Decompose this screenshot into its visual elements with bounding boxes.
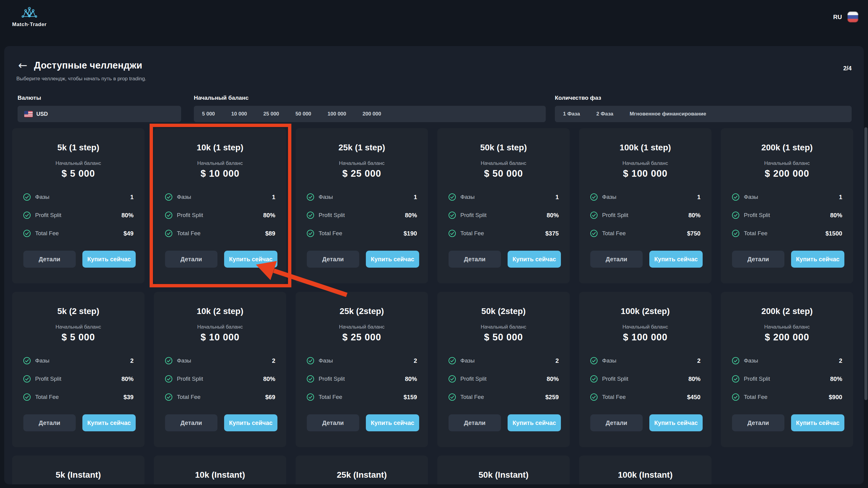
phases-label: Фазы bbox=[177, 194, 191, 200]
buy-now-button[interactable]: Купить сейчас bbox=[366, 414, 419, 431]
check-circle-icon bbox=[23, 229, 31, 237]
details-button[interactable]: Детали bbox=[732, 414, 784, 431]
challenge-card-title: 10k (1 step) bbox=[154, 143, 286, 152]
buy-now-button[interactable]: Купить сейчас bbox=[224, 251, 277, 268]
total-fee-value: $375 bbox=[546, 230, 559, 237]
check-circle-icon bbox=[448, 211, 456, 219]
total-fee-row: Total Fee $375 bbox=[448, 226, 559, 240]
challenge-card-title: 200k (2 step) bbox=[721, 307, 853, 316]
check-circle-icon bbox=[307, 211, 314, 219]
details-button[interactable]: Детали bbox=[307, 414, 359, 431]
profit-split-row: Profit Split 80% bbox=[23, 208, 133, 222]
brand-logo[interactable]: Match·Trader bbox=[12, 7, 46, 28]
details-button[interactable]: Детали bbox=[165, 251, 217, 268]
profit-split-label: Profit Split bbox=[319, 212, 345, 219]
phases-label: Фазы bbox=[177, 357, 191, 364]
phases-row: Фазы 2 bbox=[732, 354, 842, 368]
phases-value: 2 bbox=[839, 357, 842, 364]
check-circle-icon bbox=[165, 357, 173, 365]
total-fee-value: $39 bbox=[124, 394, 133, 401]
challenges-panel: ← Доступные челленджи Выберите челлендж,… bbox=[4, 46, 864, 484]
balance-option[interactable]: 25 000 bbox=[255, 111, 287, 117]
starting-balance-value: $ 5 000 bbox=[12, 332, 145, 343]
details-button[interactable]: Детали bbox=[448, 414, 501, 431]
total-fee-value: $159 bbox=[404, 394, 417, 401]
total-fee-row: Total Fee $49 bbox=[23, 226, 133, 240]
balance-option[interactable]: 100 000 bbox=[319, 111, 354, 117]
currency-select[interactable]: USD bbox=[18, 106, 181, 122]
balance-option[interactable]: 50 000 bbox=[287, 111, 319, 117]
phase-option[interactable]: 1 Фаза bbox=[555, 111, 588, 117]
profit-split-value: 80% bbox=[830, 376, 842, 382]
check-circle-icon bbox=[165, 393, 173, 401]
profit-split-row: Profit Split 80% bbox=[307, 208, 417, 222]
phases-label: Фазы bbox=[744, 194, 758, 200]
details-button[interactable]: Детали bbox=[165, 414, 217, 431]
buy-now-button[interactable]: Купить сейчас bbox=[507, 251, 561, 268]
balance-option[interactable]: 200 000 bbox=[354, 111, 389, 117]
buy-now-button[interactable]: Купить сейчас bbox=[649, 251, 703, 268]
check-circle-icon bbox=[590, 211, 598, 219]
page-subtitle: Выберите челлендж, чтобы начать путь в p… bbox=[17, 76, 850, 82]
phases-row: Фазы 2 bbox=[448, 354, 559, 368]
total-fee-label: Total Fee bbox=[35, 230, 59, 237]
starting-balance-value: $ 25 000 bbox=[296, 168, 428, 179]
starting-balance-value: $ 50 000 bbox=[437, 168, 570, 179]
phase-option[interactable]: 2 Фаза bbox=[588, 111, 621, 117]
phase-option[interactable]: Мгновенное финансирование bbox=[621, 111, 714, 117]
buy-now-button[interactable]: Купить сейчас bbox=[791, 251, 844, 268]
total-fee-row: Total Fee $259 bbox=[448, 390, 559, 404]
challenge-card: 50k (2step) Начальный баланс $ 50 000 Фа… bbox=[437, 292, 570, 447]
check-circle-icon bbox=[448, 193, 456, 201]
details-button[interactable]: Детали bbox=[448, 251, 501, 268]
challenge-card-title: 50k (Instant) bbox=[437, 470, 570, 480]
check-circle-icon bbox=[165, 229, 173, 237]
balance-option[interactable]: 10 000 bbox=[223, 111, 255, 117]
check-circle-icon bbox=[448, 229, 456, 237]
phases-label: Фазы bbox=[35, 357, 50, 364]
total-fee-row: Total Fee $69 bbox=[165, 390, 275, 404]
challenge-card-title: 5k (1 step) bbox=[12, 143, 145, 152]
buy-now-button[interactable]: Купить сейчас bbox=[366, 251, 419, 268]
balance-option[interactable]: 5 000 bbox=[194, 111, 223, 117]
total-fee-row: Total Fee $159 bbox=[307, 390, 417, 404]
profit-split-label: Profit Split bbox=[602, 212, 628, 219]
details-button[interactable]: Детали bbox=[590, 251, 643, 268]
check-circle-icon bbox=[590, 229, 598, 237]
details-button[interactable]: Детали bbox=[307, 251, 359, 268]
challenge-card-title: 50k (2step) bbox=[437, 307, 570, 316]
challenge-card: 25k (1 step) Начальный баланс $ 25 000 Ф… bbox=[296, 128, 428, 283]
total-fee-label: Total Fee bbox=[319, 394, 342, 400]
language-switcher[interactable]: RU bbox=[833, 11, 858, 23]
details-button[interactable]: Детали bbox=[590, 414, 643, 431]
check-circle-icon bbox=[307, 393, 314, 401]
buy-now-button[interactable]: Купить сейчас bbox=[507, 414, 561, 431]
vertical-scrollbar[interactable] bbox=[864, 127, 867, 400]
back-button[interactable]: ← bbox=[18, 60, 27, 71]
details-button[interactable]: Детали bbox=[23, 414, 76, 431]
profit-split-label: Profit Split bbox=[177, 212, 203, 219]
starting-balance-value: $ 200 000 bbox=[721, 168, 853, 179]
details-button[interactable]: Детали bbox=[732, 251, 784, 268]
starting-balance-label: Начальный баланс bbox=[437, 324, 570, 330]
buy-now-button[interactable]: Купить сейчас bbox=[791, 414, 844, 431]
buy-now-button[interactable]: Купить сейчас bbox=[82, 251, 136, 268]
currency-filter: Валюты USD bbox=[18, 94, 181, 122]
challenge-card: 200k (2 step) Начальный баланс $ 200 000… bbox=[721, 292, 853, 447]
profit-split-row: Profit Split 80% bbox=[23, 372, 133, 386]
challenge-card-title: 100k (Instant) bbox=[579, 470, 711, 480]
check-circle-icon bbox=[590, 193, 598, 201]
buy-now-button[interactable]: Купить сейчас bbox=[82, 414, 136, 431]
phases-label: Фазы bbox=[319, 357, 333, 364]
total-fee-label: Total Fee bbox=[602, 230, 626, 237]
buy-now-button[interactable]: Купить сейчас bbox=[224, 414, 277, 431]
starting-balance-label: Начальный баланс bbox=[154, 160, 286, 166]
buy-now-button[interactable]: Купить сейчас bbox=[649, 414, 703, 431]
details-button[interactable]: Детали bbox=[23, 251, 76, 268]
check-circle-icon bbox=[307, 357, 314, 365]
phases-label: Фазы bbox=[460, 194, 474, 200]
total-fee-value: $750 bbox=[687, 230, 701, 237]
starting-balance-value: $ 25 000 bbox=[296, 332, 428, 343]
check-circle-icon bbox=[23, 211, 31, 219]
challenge-card: 10k (1 step) Начальный баланс $ 10 000 Ф… bbox=[154, 128, 286, 283]
